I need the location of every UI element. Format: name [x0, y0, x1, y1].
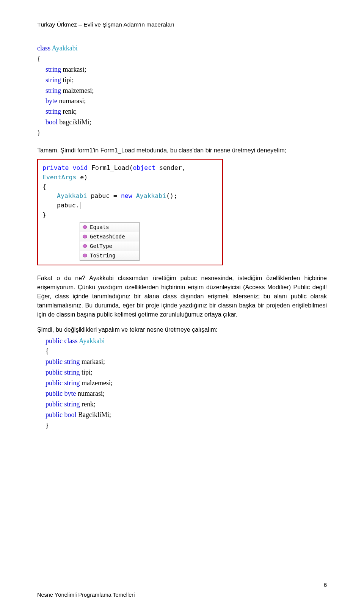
field-name: markasi;	[82, 358, 105, 365]
svg-marker-1	[83, 235, 87, 238]
method-icon	[82, 234, 88, 239]
kw-public: public	[46, 337, 63, 345]
field-name: numarasi;	[78, 390, 105, 397]
field-name: renk;	[63, 108, 77, 115]
kw: string	[46, 66, 61, 73]
intellisense-item[interactable]: ToString	[80, 251, 139, 260]
open-brace: {	[37, 346, 327, 357]
code-screenshot: private void Form1_Load(object sender, E…	[37, 159, 223, 265]
intellisense-item[interactable]: GetType	[80, 241, 139, 251]
close-brace: }	[37, 420, 327, 431]
kw: string	[46, 108, 61, 115]
intellisense-label: Equals	[90, 223, 109, 231]
code-block-1: class Ayakkabi { string markasi; string …	[37, 43, 327, 138]
type-eventargs: EventArgs	[42, 174, 76, 181]
kw: string	[64, 368, 80, 376]
page-container: Türkay Ürkmez – Evli ve Şişman Adam'ın m…	[0, 0, 364, 613]
method-icon	[82, 253, 88, 258]
close-brace: }	[42, 210, 218, 220]
page-header: Türkay Ürkmez – Evli ve Şişman Adam'ın m…	[37, 21, 327, 28]
type-name: Ayakkabi	[52, 44, 78, 52]
method-icon	[82, 224, 88, 230]
svg-marker-3	[83, 254, 87, 257]
footer-text: Nesne Yönelimli Programlama Temelleri	[37, 592, 135, 598]
field-name: numarasi;	[59, 97, 86, 105]
field-name: BagcikliMi;	[78, 411, 111, 419]
intellisense-item[interactable]: GetHashCode	[80, 232, 139, 241]
intellisense-label: ToString	[90, 252, 115, 260]
field-name: tipi;	[63, 76, 74, 84]
page-number: 6	[324, 582, 327, 588]
paragraph-3: Şimdi, bu değişiklikleri yapalım ve tekr…	[37, 325, 327, 334]
field-name: malzemesi;	[63, 87, 94, 94]
kw-object: object	[133, 164, 155, 171]
kw: string	[46, 76, 61, 84]
kw: byte	[64, 390, 76, 397]
intellisense-label: GetHashCode	[90, 233, 125, 241]
kw-public: public	[46, 411, 63, 419]
ctor-end: ();	[166, 192, 177, 199]
kw: bool	[64, 411, 77, 419]
kw-class: class	[64, 337, 78, 345]
kw: string	[64, 379, 80, 387]
method-name: Form1_Load(	[91, 164, 133, 171]
intellisense-label: GetType	[90, 242, 112, 250]
open-brace: {	[42, 182, 218, 192]
kw-public: public	[46, 400, 63, 408]
kw: string	[64, 400, 80, 408]
arg2: e)	[76, 174, 88, 181]
member-access: pabuc.	[57, 201, 218, 210]
kw-public: public	[46, 368, 63, 376]
kw-private-void: private void	[42, 164, 91, 171]
var-decl: pabuc =	[87, 192, 121, 199]
field-name: markasi;	[63, 66, 86, 73]
close-brace: }	[37, 128, 327, 138]
kw: bool	[46, 118, 58, 126]
open-brace: {	[37, 54, 327, 64]
intellisense-popup: Equals GetHashCode GetType ToString	[80, 222, 140, 261]
paragraph-2: Fakat o da ne? Ayakkabi classımdan ürett…	[37, 274, 327, 319]
kw-class: class	[37, 44, 50, 52]
kw-new: new	[121, 192, 132, 199]
field-name: tipi;	[82, 368, 93, 376]
type-ayakkabi: Ayakkabi	[57, 192, 87, 199]
field-name: malzemesi;	[82, 379, 113, 387]
type-ayakkabi-2: Ayakkabi	[132, 192, 166, 199]
method-icon	[82, 243, 88, 249]
field-name: renk;	[82, 400, 96, 408]
kw: string	[64, 358, 80, 365]
svg-marker-0	[83, 225, 87, 229]
kw: byte	[46, 97, 57, 105]
code-block-2: public class Ayakkabi { public string ma…	[37, 336, 327, 431]
field-name: bagcikliMi;	[60, 118, 91, 126]
type-name: Ayakkabi	[79, 337, 105, 345]
paragraph-1: Tamam. Şimdi form1'in Form1_Load metodun…	[37, 146, 327, 155]
kw-public: public	[46, 379, 63, 387]
kw: string	[46, 87, 61, 94]
intellisense-item[interactable]: Equals	[80, 223, 139, 232]
arg1: sender,	[155, 164, 185, 171]
kw-public: public	[46, 358, 63, 365]
kw-public: public	[46, 390, 63, 397]
svg-marker-2	[83, 244, 87, 248]
